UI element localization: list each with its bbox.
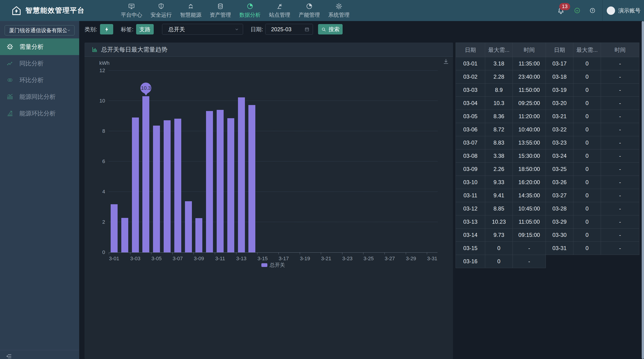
demand-table: 日期最大需...时间日期最大需...时间03-013.1811:35:0003-…: [456, 42, 639, 268]
navbar: 智慧能效管理平台 平台中心安全运行智慧能源资产管理数据分析站点管理产能管理系统管…: [0, 0, 644, 21]
table-cell: 03-26: [546, 176, 574, 189]
table-cell: 03-19: [546, 83, 574, 97]
help-icon[interactable]: ?: [590, 8, 596, 13]
x-axis-label: 3-03: [130, 256, 140, 262]
table-cell: 03-20: [546, 97, 574, 110]
search-icon: [321, 27, 326, 32]
sidebar-item-yoy-analysis[interactable]: 同比分析: [0, 55, 79, 72]
bar-chart-icon: [92, 46, 98, 53]
table-cell: 10:45:00: [513, 202, 546, 215]
table-cell: 3.18: [485, 57, 513, 70]
bar-3-14[interactable]: [248, 105, 255, 252]
branch-select[interactable]: 总开关: [162, 24, 243, 35]
notifications-button[interactable]: 13: [557, 7, 565, 14]
legend-label: 总开关: [270, 262, 285, 269]
category-electric-button[interactable]: [100, 24, 113, 34]
table-cell: 9.73: [485, 229, 513, 242]
sidebar: 厦门锐谷通信设备有限公司 需量分析同比分析环比分析能源同比分析能源环比分析: [0, 21, 79, 359]
x-axis-label: 3-07: [173, 256, 183, 262]
bar-3-08[interactable]: [185, 201, 192, 252]
legend-swatch: [261, 263, 267, 267]
table-cell: -: [601, 242, 639, 255]
table-cell: 03-18: [546, 70, 574, 83]
bar-3-01[interactable]: [111, 204, 118, 252]
nav-item-safe-operation[interactable]: 安全运行: [150, 0, 172, 21]
x-axis-label: 3-13: [236, 256, 246, 262]
bar-3-09[interactable]: [196, 218, 202, 252]
sidebar-item-mom-analysis[interactable]: 环比分析: [0, 72, 79, 88]
table-row: 03-160-: [456, 255, 639, 268]
nav-item-smart-energy[interactable]: 智慧能源: [180, 0, 202, 21]
table-cell: 0: [574, 70, 601, 83]
table-cell: -: [601, 57, 639, 70]
bar-3-11[interactable]: [217, 110, 224, 252]
nav-item-data-analysis[interactable]: 数据分析: [239, 0, 261, 21]
bar-3-07[interactable]: [174, 119, 181, 252]
vertical-scrollbar[interactable]: [642, 21, 644, 359]
bar-3-04[interactable]: [142, 96, 149, 252]
avatar[interactable]: [607, 6, 615, 15]
table-cell: 18:50:00: [513, 163, 546, 176]
sidebar-item-demand-analysis[interactable]: 需量分析: [0, 38, 79, 55]
sidebar-item-energy-mom[interactable]: 能源环比分析: [0, 105, 79, 122]
table-cell: 0: [574, 123, 601, 136]
nav-item-site-management[interactable]: 站点管理: [268, 0, 291, 21]
company-select[interactable]: 厦门锐谷通信设备有限公司: [5, 25, 74, 35]
table-cell: -: [601, 149, 639, 163]
table-cell: 0: [485, 255, 513, 268]
bar-3-12[interactable]: [227, 118, 234, 252]
table-row: 03-109.3316:20:0003-260-: [456, 176, 639, 189]
tag-branch-button[interactable]: 支路: [136, 24, 154, 34]
mom-analysis-icon: [6, 76, 14, 83]
table-cell: 03-13: [456, 215, 485, 229]
y-axis-unit-label: kWh: [99, 60, 110, 66]
nav-item-system-management[interactable]: 系统管理: [328, 0, 350, 21]
sidebar-item-energy-yoy[interactable]: 能源同比分析: [0, 88, 79, 105]
table-cell: 10.23: [485, 215, 513, 229]
x-axis-tick: [363, 252, 364, 254]
user-name[interactable]: 演示账号: [618, 7, 640, 14]
table-cell: 0: [574, 163, 601, 176]
bar-3-03[interactable]: [132, 117, 139, 252]
table-cell: 11:05:00: [513, 215, 546, 229]
table-cell: 11:20:00: [513, 110, 546, 123]
bar-3-02[interactable]: [121, 218, 128, 252]
calendar-icon: [304, 27, 310, 32]
legend-item[interactable]: 总开关: [261, 262, 285, 269]
svg-text:?: ?: [592, 9, 594, 12]
nav-item-capacity-management[interactable]: 产能管理: [298, 0, 320, 21]
table-cell: -: [601, 229, 639, 242]
table-cell: 03-04: [456, 97, 485, 110]
table-header-row: 日期最大需...时间日期最大需...时间: [456, 43, 639, 57]
table-cell: -: [601, 202, 639, 215]
sidebar-item-label: 需量分析: [20, 43, 44, 51]
table-cell: 8.85: [485, 202, 513, 215]
table-cell: -: [601, 136, 639, 149]
bar-3-05[interactable]: [153, 126, 160, 252]
table-cell: 0: [574, 57, 601, 70]
table-cell: 03-24: [546, 149, 574, 163]
table-cell: 03-30: [546, 229, 574, 242]
nav-item-platform-center[interactable]: 平台中心: [120, 0, 142, 21]
nav-item-asset-management[interactable]: 资产管理: [209, 0, 232, 21]
y-axis-tick-label: 0: [102, 249, 105, 255]
nav-item-label: 系统管理: [328, 11, 350, 18]
x-axis-tick: [427, 252, 427, 254]
bar-3-06[interactable]: [164, 120, 170, 252]
table-row: 03-092.2618:50:0003-250-: [456, 163, 639, 176]
sidebar-collapse-button[interactable]: [6, 353, 12, 359]
download-button[interactable]: [443, 58, 449, 64]
table-cell: 03-03: [456, 83, 485, 97]
sidebar-item-label: 能源环比分析: [20, 109, 56, 117]
table-row: 03-083.3815:30:0003-240-: [456, 149, 639, 163]
search-button[interactable]: 搜索: [318, 24, 342, 34]
table-cell: 2.26: [485, 163, 513, 176]
table-cell: 03-07: [456, 136, 485, 149]
date-input[interactable]: 2025-03: [265, 24, 313, 35]
bar-3-10[interactable]: [206, 111, 213, 252]
yoy-analysis-icon: [6, 60, 14, 67]
infinity-circle-icon[interactable]: ∞: [574, 7, 580, 14]
table-cell: 0: [574, 83, 601, 97]
chart-card-header: 总开关每日最大需量趋势: [84, 42, 453, 57]
bar-3-13[interactable]: [238, 97, 245, 252]
